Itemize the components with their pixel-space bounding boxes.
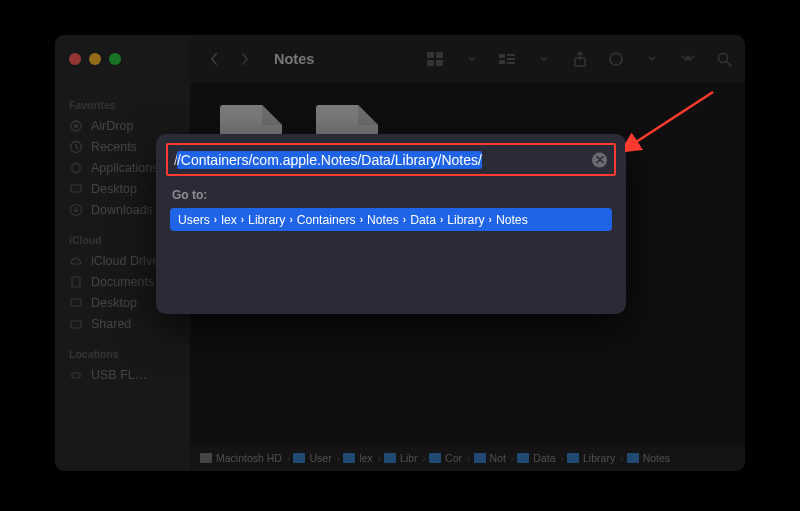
sidebar-item-shared[interactable]: Shared [55, 313, 190, 334]
goto-suggestion-row[interactable]: Users› lex› Library› Containers› Notes› … [170, 208, 612, 231]
suggestion-segment: Notes [496, 213, 528, 227]
toolbar: Notes [190, 50, 745, 68]
apps-icon [69, 161, 83, 175]
svg-point-11 [718, 53, 727, 62]
svg-rect-21 [72, 373, 80, 378]
suggestion-segment: Data [410, 213, 436, 227]
chevron-down-icon[interactable] [643, 50, 661, 68]
maximize-button[interactable] [109, 53, 121, 65]
sidebar-item-label: Desktop [91, 296, 137, 310]
chevron-right-icon: › [489, 214, 492, 225]
folder-icon [384, 453, 396, 463]
minimize-button[interactable] [89, 53, 101, 65]
traffic-light-area [55, 35, 190, 83]
folder-icon [343, 453, 355, 463]
sidebar-item-label: AirDrop [91, 119, 133, 133]
sidebar-item-usb[interactable]: USB FL… [55, 364, 190, 385]
clear-input-button[interactable] [592, 152, 607, 167]
chevron-right-icon: › [337, 452, 341, 464]
desktop-icon [69, 182, 83, 196]
pathbar-segment[interactable]: Notes [627, 452, 670, 464]
close-button[interactable] [69, 53, 81, 65]
suggestion-segment: Users [178, 213, 210, 227]
path-bar[interactable]: Macintosh HD › User › lex › Libr › Cor ›… [190, 445, 745, 471]
svg-rect-7 [507, 58, 515, 60]
folder-icon [567, 453, 579, 463]
svg-rect-20 [71, 321, 81, 328]
view-mode-icon-button[interactable] [427, 50, 445, 68]
chevron-right-icon: › [561, 452, 565, 464]
chevron-right-icon: › [241, 214, 244, 225]
chevron-right-icon: › [620, 452, 624, 464]
chevron-right-icon: › [289, 214, 292, 225]
pathbar-segment[interactable]: Libr [384, 452, 418, 464]
airdrop-icon [69, 119, 83, 133]
goto-folder-sheet: / /Containers/com.apple.Notes/Data/Libra… [156, 134, 626, 314]
svg-rect-1 [436, 52, 443, 58]
folder-icon [293, 453, 305, 463]
suggestion-segment: Containers [297, 213, 356, 227]
chevron-right-icon: › [423, 452, 427, 464]
svg-rect-16 [71, 185, 81, 192]
group-button[interactable] [499, 50, 517, 68]
chevron-right-icon: › [360, 214, 363, 225]
svg-rect-3 [436, 60, 443, 66]
suggestion-segment: Library [447, 213, 484, 227]
clock-icon [69, 140, 83, 154]
sidebar-item-label: iCloud Drive [91, 254, 159, 268]
chevron-down-icon[interactable] [535, 50, 553, 68]
chevron-down-icon[interactable] [463, 50, 481, 68]
pathbar-root[interactable]: Macintosh HD [200, 452, 282, 464]
folder-icon [474, 453, 486, 463]
suggestion-segment: lex [221, 213, 237, 227]
chevron-right-icon: › [214, 214, 217, 225]
goto-path-input[interactable]: / /Containers/com.apple.Notes/Data/Libra… [168, 151, 614, 169]
suggestion-segment: Library [248, 213, 285, 227]
pathbar-segment[interactable]: User [293, 452, 331, 464]
desktop-icon [69, 296, 83, 310]
suggestion-segment: Notes [367, 213, 399, 227]
pathbar-segment-label: Not [490, 452, 506, 464]
svg-rect-6 [507, 54, 515, 56]
harddrive-icon [200, 453, 212, 463]
svg-rect-2 [427, 60, 434, 66]
pathbar-segment-label: Cor [445, 452, 462, 464]
pathbar-segment[interactable]: lex [343, 452, 372, 464]
folder-icon [517, 453, 529, 463]
pathbar-segment-label: User [309, 452, 331, 464]
svg-rect-18 [72, 277, 80, 287]
pathbar-segment[interactable]: Library [567, 452, 615, 464]
pathbar-segment[interactable]: Not [474, 452, 506, 464]
pathbar-segment[interactable]: Data [517, 452, 555, 464]
svg-rect-8 [507, 62, 515, 64]
folder-icon [429, 453, 441, 463]
search-button[interactable] [715, 50, 733, 68]
more-button[interactable] [679, 50, 697, 68]
sidebar-section-locations: Locations [55, 342, 190, 364]
svg-point-10 [610, 53, 622, 65]
downloads-icon [69, 203, 83, 217]
sidebar-item-label: Recents [91, 140, 137, 154]
back-button[interactable] [210, 52, 220, 66]
tag-button[interactable] [607, 50, 625, 68]
pathbar-segment-label: Data [533, 452, 555, 464]
pathbar-segment[interactable]: Cor [429, 452, 462, 464]
usb-icon [69, 368, 83, 382]
cloud-icon [69, 254, 83, 268]
nav-arrows [210, 52, 250, 66]
goto-path-selected-text: /Containers/com.apple.Notes/Data/Library… [177, 151, 482, 169]
folder-icon [627, 453, 639, 463]
pathbar-segment-label: Macintosh HD [216, 452, 282, 464]
svg-rect-5 [499, 60, 505, 64]
goto-input-wrap: / /Containers/com.apple.Notes/Data/Libra… [168, 145, 614, 174]
sidebar-item-label: Desktop [91, 182, 137, 196]
sidebar-item-label: Documents [91, 275, 154, 289]
chevron-right-icon: › [440, 214, 443, 225]
pathbar-segment-label: Libr [400, 452, 418, 464]
sidebar-item-airdrop[interactable]: AirDrop [55, 115, 190, 136]
chevron-right-icon: › [378, 452, 382, 464]
forward-button[interactable] [240, 52, 250, 66]
share-button[interactable] [571, 50, 589, 68]
svg-point-14 [74, 124, 78, 128]
goto-label: Go to: [172, 188, 207, 202]
